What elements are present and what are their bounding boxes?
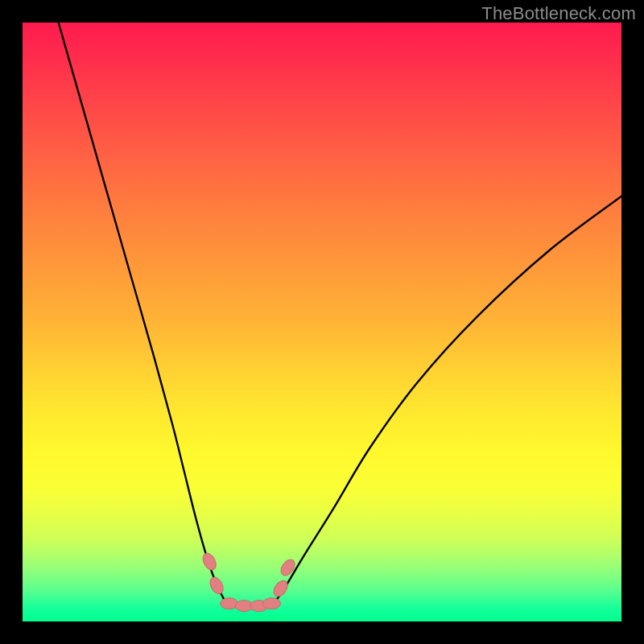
curve-right-branch (274, 196, 621, 604)
valley-marker (208, 575, 226, 596)
valley-marker (271, 578, 291, 599)
valley-marker (200, 551, 219, 572)
valley-marker (279, 557, 298, 578)
plot-area (23, 23, 621, 621)
bottleneck-curve (59, 23, 621, 606)
watermark-text: TheBottleneck.com (481, 3, 636, 24)
valley-marker (263, 598, 281, 609)
valley-markers (200, 551, 298, 612)
curve-left-branch (59, 23, 226, 604)
curve-layer (23, 23, 621, 621)
chart-frame: TheBottleneck.com (0, 0, 644, 644)
